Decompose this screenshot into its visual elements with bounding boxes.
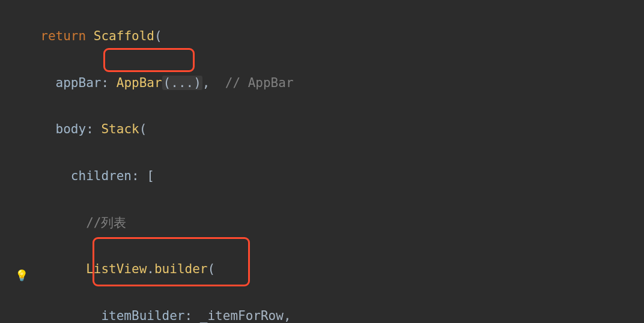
paren: ( xyxy=(154,29,162,43)
colon: : xyxy=(86,122,101,136)
param-appbar: appBar xyxy=(56,76,102,90)
method-builder: builder xyxy=(154,262,208,276)
colon: : xyxy=(132,169,147,183)
fold-marker[interactable]: (...) xyxy=(162,76,202,90)
colon: : xyxy=(185,309,200,323)
code-line: ListView.builder( xyxy=(25,258,481,281)
param-body: body xyxy=(56,122,87,136)
comment: //列表 xyxy=(86,216,126,230)
paren: ( xyxy=(207,262,215,276)
code-line: itemBuilder: _itemForRow, xyxy=(25,304,481,323)
type-appbar: AppBar xyxy=(117,76,162,90)
comma: , xyxy=(284,309,291,323)
code-line: children: [ xyxy=(25,165,481,188)
colon: : xyxy=(101,76,116,90)
code-editor[interactable]: return Scaffold( appBar: AppBar(...), //… xyxy=(25,0,481,323)
comma: , xyxy=(202,76,210,90)
comment: // AppBar xyxy=(225,76,294,90)
code-line: //列表 xyxy=(25,211,481,235)
type-scaffold: Scaffold xyxy=(94,29,154,43)
code-line: return Scaffold( xyxy=(25,25,481,48)
param-itembuilder: itemBuilder xyxy=(101,309,184,323)
param-children: children xyxy=(71,169,132,183)
type-stack: Stack xyxy=(101,122,139,136)
bracket: [ xyxy=(147,169,154,183)
dot: . xyxy=(147,262,154,276)
code-line: body: Stack( xyxy=(25,118,481,141)
identifier: _itemForRow xyxy=(200,309,284,323)
paren: ( xyxy=(139,122,147,136)
type-listview: ListView xyxy=(86,262,147,276)
editor-gutter: 💡 xyxy=(0,0,18,323)
code-line: appBar: AppBar(...), // AppBar xyxy=(25,71,481,95)
keyword-return: return xyxy=(40,29,86,43)
